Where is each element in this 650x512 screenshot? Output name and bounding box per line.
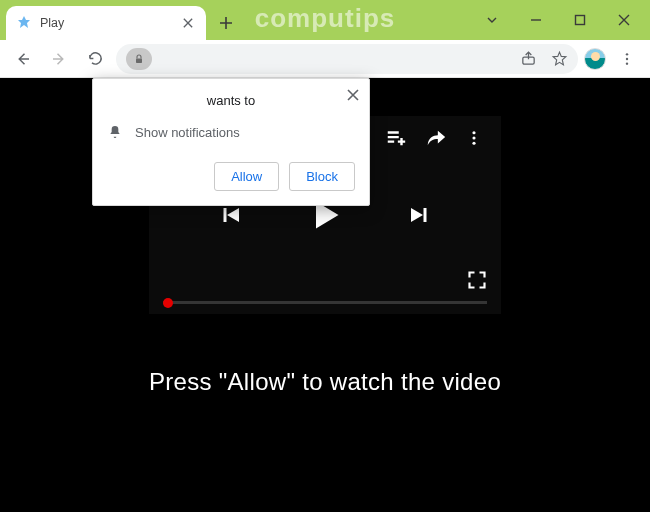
dialog-permission-label: Show notifications [135, 125, 240, 140]
svg-rect-1 [576, 16, 585, 25]
browser-toolbar [0, 40, 650, 78]
address-bar[interactable] [116, 44, 578, 74]
progress-bar[interactable] [163, 301, 487, 304]
player-bottom-bar [163, 301, 487, 304]
share-arrow-icon[interactable] [425, 127, 447, 149]
fullscreen-icon[interactable] [467, 270, 487, 290]
dialog-permission-row: Show notifications [107, 124, 355, 140]
browser-menu-icon[interactable] [612, 44, 642, 74]
tab-close-icon[interactable] [180, 15, 196, 31]
forward-button[interactable] [44, 44, 74, 74]
queue-add-icon[interactable] [385, 127, 407, 149]
dialog-actions: Allow Block [107, 162, 355, 191]
share-icon[interactable] [520, 50, 537, 67]
svg-point-4 [626, 53, 628, 55]
profile-avatar[interactable] [584, 48, 606, 70]
window-controls [470, 0, 646, 40]
bookmark-star-icon[interactable] [551, 50, 568, 67]
window-maximize-icon[interactable] [558, 5, 602, 35]
svg-rect-2 [136, 58, 142, 63]
svg-point-8 [472, 136, 475, 139]
window-close-icon[interactable] [602, 5, 646, 35]
notification-permission-dialog: wants to Show notifications Allow Block [92, 78, 370, 206]
page-content: Press "Allow" to watch the video wants t… [0, 78, 650, 512]
svg-point-9 [472, 142, 475, 145]
watermark-text: computips [255, 3, 395, 34]
allow-button[interactable]: Allow [214, 162, 279, 191]
reload-button[interactable] [80, 44, 110, 74]
new-tab-button[interactable] [212, 9, 240, 37]
omnibox-actions [520, 50, 568, 67]
site-info-lock-icon[interactable] [126, 48, 152, 70]
instruction-caption: Press "Allow" to watch the video [0, 368, 650, 396]
svg-point-7 [472, 131, 475, 134]
svg-point-6 [626, 62, 628, 64]
block-button[interactable]: Block [289, 162, 355, 191]
previous-track-icon[interactable] [219, 203, 243, 227]
browser-tab[interactable]: Play [6, 6, 206, 40]
window-minimize-icon[interactable] [514, 5, 558, 35]
next-track-icon[interactable] [407, 203, 431, 227]
dialog-origin-text: wants to [107, 93, 355, 108]
bell-icon [107, 124, 123, 140]
tab-favicon [16, 15, 32, 31]
tab-title: Play [40, 16, 180, 30]
window-titlebar: computips Play [0, 0, 650, 40]
back-button[interactable] [8, 44, 38, 74]
window-dropdown-icon[interactable] [470, 5, 514, 35]
dialog-close-icon[interactable] [347, 89, 359, 101]
svg-point-5 [626, 57, 628, 59]
player-more-icon[interactable] [465, 129, 483, 147]
svg-marker-0 [18, 16, 30, 28]
